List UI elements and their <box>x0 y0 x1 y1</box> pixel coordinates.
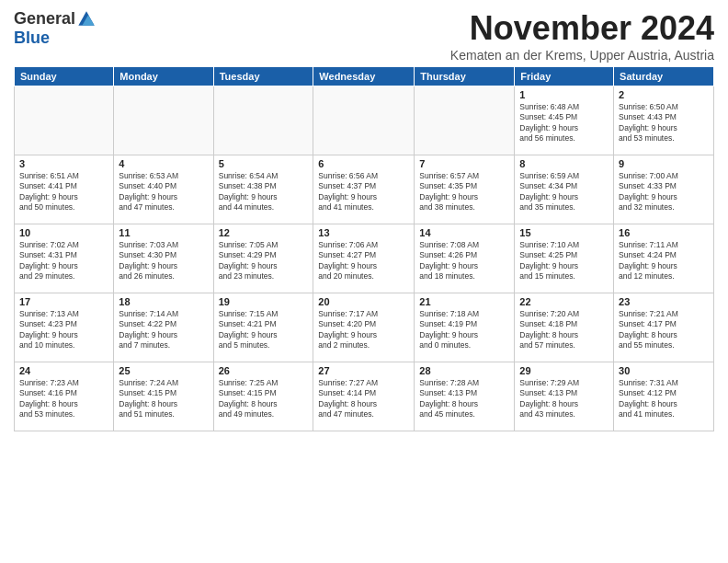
day-info: Sunrise: 7:29 AM Sunset: 4:13 PM Dayligh… <box>519 378 609 420</box>
day-info: Sunrise: 7:05 AM Sunset: 4:29 PM Dayligh… <box>219 240 309 282</box>
calendar-cell <box>15 86 114 155</box>
calendar-cell: 25Sunrise: 7:24 AM Sunset: 4:15 PM Dayli… <box>114 362 213 431</box>
day-info: Sunrise: 6:50 AM Sunset: 4:43 PM Dayligh… <box>619 102 709 144</box>
day-info: Sunrise: 6:51 AM Sunset: 4:41 PM Dayligh… <box>19 171 108 213</box>
logo: General Blue <box>14 9 96 48</box>
calendar-cell: 4Sunrise: 6:53 AM Sunset: 4:40 PM Daylig… <box>114 155 213 224</box>
day-number: 3 <box>19 158 108 169</box>
calendar-cell <box>313 86 415 155</box>
day-info: Sunrise: 7:08 AM Sunset: 4:26 PM Dayligh… <box>419 240 509 282</box>
day-info: Sunrise: 6:57 AM Sunset: 4:35 PM Dayligh… <box>419 171 509 213</box>
location-title: Kematen an der Krems, Upper Austria, Aus… <box>450 48 714 63</box>
logo-icon <box>77 10 96 29</box>
day-info: Sunrise: 7:11 AM Sunset: 4:24 PM Dayligh… <box>619 240 709 282</box>
calendar-cell: 30Sunrise: 7:31 AM Sunset: 4:12 PM Dayli… <box>614 362 714 431</box>
month-title: November 2024 <box>450 9 714 48</box>
calendar-week-1: 3Sunrise: 6:51 AM Sunset: 4:41 PM Daylig… <box>15 155 714 224</box>
calendar-header-friday: Friday <box>515 67 614 86</box>
calendar-cell <box>213 86 313 155</box>
day-info: Sunrise: 7:28 AM Sunset: 4:13 PM Dayligh… <box>419 378 509 420</box>
calendar-cell: 26Sunrise: 7:25 AM Sunset: 4:15 PM Dayli… <box>213 362 313 431</box>
day-info: Sunrise: 6:56 AM Sunset: 4:37 PM Dayligh… <box>318 171 409 213</box>
calendar-table: SundayMondayTuesdayWednesdayThursdayFrid… <box>14 66 714 431</box>
calendar-cell: 16Sunrise: 7:11 AM Sunset: 4:24 PM Dayli… <box>614 224 714 293</box>
day-info: Sunrise: 7:20 AM Sunset: 4:18 PM Dayligh… <box>519 309 609 351</box>
day-info: Sunrise: 7:10 AM Sunset: 4:25 PM Dayligh… <box>519 240 609 282</box>
day-number: 12 <box>219 227 309 238</box>
day-number: 6 <box>318 158 409 169</box>
calendar-header-row: SundayMondayTuesdayWednesdayThursdayFrid… <box>15 67 714 86</box>
day-number: 2 <box>619 89 709 100</box>
day-number: 20 <box>318 296 409 307</box>
calendar-cell: 9Sunrise: 7:00 AM Sunset: 4:33 PM Daylig… <box>614 155 714 224</box>
day-number: 22 <box>519 296 609 307</box>
calendar-cell <box>114 86 213 155</box>
logo-blue-text: Blue <box>14 29 50 48</box>
day-info: Sunrise: 7:25 AM Sunset: 4:15 PM Dayligh… <box>219 378 309 420</box>
day-number: 9 <box>619 158 709 169</box>
day-info: Sunrise: 7:17 AM Sunset: 4:20 PM Dayligh… <box>318 309 409 351</box>
calendar-cell: 12Sunrise: 7:05 AM Sunset: 4:29 PM Dayli… <box>213 224 313 293</box>
day-number: 5 <box>219 158 309 169</box>
day-number: 8 <box>519 158 609 169</box>
day-number: 24 <box>19 365 108 376</box>
calendar-cell: 5Sunrise: 6:54 AM Sunset: 4:38 PM Daylig… <box>213 155 313 224</box>
calendar-cell: 1Sunrise: 6:48 AM Sunset: 4:45 PM Daylig… <box>515 86 614 155</box>
calendar-header-monday: Monday <box>114 67 213 86</box>
day-info: Sunrise: 7:27 AM Sunset: 4:14 PM Dayligh… <box>318 378 409 420</box>
day-number: 30 <box>619 365 709 376</box>
calendar-cell: 7Sunrise: 6:57 AM Sunset: 4:35 PM Daylig… <box>415 155 515 224</box>
day-number: 17 <box>19 296 108 307</box>
day-number: 15 <box>519 227 609 238</box>
day-info: Sunrise: 6:48 AM Sunset: 4:45 PM Dayligh… <box>519 102 609 144</box>
header-area: General Blue November 2024 Kematen an de… <box>14 9 714 63</box>
day-info: Sunrise: 7:06 AM Sunset: 4:27 PM Dayligh… <box>318 240 409 282</box>
calendar-cell: 21Sunrise: 7:18 AM Sunset: 4:19 PM Dayli… <box>415 293 515 362</box>
day-number: 29 <box>519 365 609 376</box>
day-number: 18 <box>119 296 208 307</box>
calendar-cell: 24Sunrise: 7:23 AM Sunset: 4:16 PM Dayli… <box>15 362 114 431</box>
calendar-week-2: 10Sunrise: 7:02 AM Sunset: 4:31 PM Dayli… <box>15 224 714 293</box>
day-info: Sunrise: 6:54 AM Sunset: 4:38 PM Dayligh… <box>219 171 309 213</box>
day-number: 16 <box>619 227 709 238</box>
calendar-cell: 3Sunrise: 6:51 AM Sunset: 4:41 PM Daylig… <box>15 155 114 224</box>
day-info: Sunrise: 7:03 AM Sunset: 4:30 PM Dayligh… <box>119 240 208 282</box>
day-number: 10 <box>19 227 108 238</box>
day-number: 4 <box>119 158 208 169</box>
calendar-cell: 13Sunrise: 7:06 AM Sunset: 4:27 PM Dayli… <box>313 224 415 293</box>
calendar-cell: 18Sunrise: 7:14 AM Sunset: 4:22 PM Dayli… <box>114 293 213 362</box>
calendar-cell: 2Sunrise: 6:50 AM Sunset: 4:43 PM Daylig… <box>614 86 714 155</box>
day-number: 25 <box>119 365 208 376</box>
day-number: 23 <box>619 296 709 307</box>
calendar-cell: 28Sunrise: 7:28 AM Sunset: 4:13 PM Dayli… <box>415 362 515 431</box>
day-info: Sunrise: 6:53 AM Sunset: 4:40 PM Dayligh… <box>119 171 208 213</box>
day-info: Sunrise: 7:15 AM Sunset: 4:21 PM Dayligh… <box>219 309 309 351</box>
calendar-header-sunday: Sunday <box>15 67 114 86</box>
day-info: Sunrise: 7:21 AM Sunset: 4:17 PM Dayligh… <box>619 309 709 351</box>
calendar-header-wednesday: Wednesday <box>313 67 415 86</box>
logo-general-text: General <box>14 9 75 29</box>
day-info: Sunrise: 7:23 AM Sunset: 4:16 PM Dayligh… <box>19 378 108 420</box>
day-number: 28 <box>419 365 509 376</box>
calendar-week-3: 17Sunrise: 7:13 AM Sunset: 4:23 PM Dayli… <box>15 293 714 362</box>
day-info: Sunrise: 7:31 AM Sunset: 4:12 PM Dayligh… <box>619 378 709 420</box>
calendar-cell: 23Sunrise: 7:21 AM Sunset: 4:17 PM Dayli… <box>614 293 714 362</box>
day-number: 26 <box>219 365 309 376</box>
calendar-cell: 8Sunrise: 6:59 AM Sunset: 4:34 PM Daylig… <box>515 155 614 224</box>
day-number: 21 <box>419 296 509 307</box>
calendar-cell: 17Sunrise: 7:13 AM Sunset: 4:23 PM Dayli… <box>15 293 114 362</box>
calendar-cell: 6Sunrise: 6:56 AM Sunset: 4:37 PM Daylig… <box>313 155 415 224</box>
day-info: Sunrise: 6:59 AM Sunset: 4:34 PM Dayligh… <box>519 171 609 213</box>
calendar-week-0: 1Sunrise: 6:48 AM Sunset: 4:45 PM Daylig… <box>15 86 714 155</box>
day-info: Sunrise: 7:14 AM Sunset: 4:22 PM Dayligh… <box>119 309 208 351</box>
calendar-cell: 29Sunrise: 7:29 AM Sunset: 4:13 PM Dayli… <box>515 362 614 431</box>
calendar-cell: 14Sunrise: 7:08 AM Sunset: 4:26 PM Dayli… <box>415 224 515 293</box>
calendar-cell: 20Sunrise: 7:17 AM Sunset: 4:20 PM Dayli… <box>313 293 415 362</box>
day-info: Sunrise: 7:00 AM Sunset: 4:33 PM Dayligh… <box>619 171 709 213</box>
day-number: 13 <box>318 227 409 238</box>
calendar-cell: 19Sunrise: 7:15 AM Sunset: 4:21 PM Dayli… <box>213 293 313 362</box>
calendar-header-tuesday: Tuesday <box>213 67 313 86</box>
day-info: Sunrise: 7:18 AM Sunset: 4:19 PM Dayligh… <box>419 309 509 351</box>
calendar-cell: 11Sunrise: 7:03 AM Sunset: 4:30 PM Dayli… <box>114 224 213 293</box>
day-info: Sunrise: 7:24 AM Sunset: 4:15 PM Dayligh… <box>119 378 208 420</box>
